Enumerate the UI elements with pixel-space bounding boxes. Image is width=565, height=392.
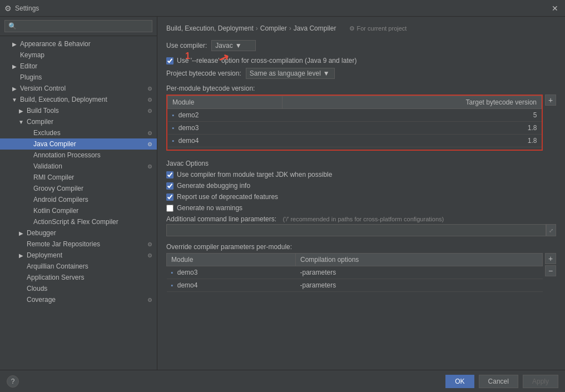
module-name: ▪ demo2 bbox=[168, 109, 282, 122]
sidebar-item-label: Arquillian Containers bbox=[27, 262, 88, 270]
cmd-input-row: ⤢ bbox=[166, 224, 556, 236]
sidebar-item-label: Application Servers bbox=[27, 274, 84, 281]
target-version: 5 bbox=[282, 109, 542, 122]
window-title: Settings bbox=[15, 4, 39, 12]
expand-cmd-button[interactable]: ⤢ bbox=[546, 224, 556, 236]
sidebar-item-build-execution[interactable]: ▼ Build, Execution, Deployment ⚙ bbox=[0, 94, 157, 105]
apply-button[interactable]: Apply bbox=[523, 375, 558, 388]
close-button[interactable]: ✕ bbox=[549, 3, 561, 14]
module-icon: ▪ bbox=[172, 125, 175, 131]
cancel-button[interactable]: Cancel bbox=[479, 375, 518, 388]
add-module-button[interactable]: + bbox=[545, 95, 556, 106]
table-row[interactable]: ▪ demo2 5 bbox=[168, 109, 542, 122]
cmd-params-input[interactable] bbox=[166, 224, 546, 236]
project-link[interactable]: ⚙ For current project bbox=[349, 25, 407, 32]
override-label: Override compiler parameters per-module: bbox=[166, 243, 556, 251]
compiler-dropdown-arrow: ▼ bbox=[235, 42, 242, 49]
javac-option-2-label: Generate debugging info bbox=[177, 182, 250, 190]
table-row[interactable]: ▪ demo3 1.8 bbox=[168, 122, 542, 135]
expand-arrow: ▶ bbox=[18, 252, 24, 259]
ok-button[interactable]: OK bbox=[445, 375, 474, 388]
sidebar-item-version-control[interactable]: ▶ Version Control ⚙ bbox=[0, 83, 157, 94]
sidebar-item-excludes[interactable]: Excludes ⚙ bbox=[0, 127, 157, 138]
sidebar-item-clouds[interactable]: Clouds bbox=[0, 283, 157, 294]
sidebar-item-debugger[interactable]: ▶ Debugger bbox=[0, 227, 157, 239]
javac-option-1-label: Use compiler from module target JDK when… bbox=[177, 171, 332, 178]
no-warnings-checkbox[interactable] bbox=[166, 205, 174, 212]
sidebar-item-label: Editor bbox=[20, 62, 37, 70]
sidebar-item-label: Appearance & Behavior bbox=[20, 40, 91, 48]
add-override-button[interactable]: + bbox=[545, 253, 556, 264]
compiler-label: Use compiler: bbox=[166, 42, 207, 49]
bytecode-select[interactable]: Same as language level ▼ bbox=[246, 68, 335, 79]
override-action-buttons: + − bbox=[545, 253, 556, 294]
table-row[interactable]: ▪ demo4 1.8 bbox=[168, 135, 542, 147]
sidebar-item-rmi[interactable]: RMI Compiler bbox=[0, 172, 157, 183]
sidebar-item-label: ActionScript & Flex Compiler bbox=[33, 218, 118, 226]
sidebar-item-groovy[interactable]: Groovy Compiler bbox=[0, 183, 157, 194]
expand-arrow bbox=[18, 263, 24, 270]
sidebar-item-actionscript[interactable]: ActionScript & Flex Compiler bbox=[0, 216, 157, 227]
expand-arrow bbox=[18, 285, 24, 292]
use-module-jdk-checkbox[interactable] bbox=[166, 171, 174, 178]
sidebar-item-editor[interactable]: ▶ Editor bbox=[0, 61, 157, 72]
sidebar-item-keymap[interactable]: Keymap bbox=[0, 49, 157, 61]
remove-override-button[interactable]: − bbox=[545, 265, 556, 276]
expand-arrow bbox=[18, 274, 24, 281]
compiler-select[interactable]: Javac ▼ bbox=[211, 40, 256, 51]
expand-arrow bbox=[24, 163, 31, 170]
override-table-row[interactable]: ▪ demo3 -parameters bbox=[167, 266, 543, 279]
release-option-row: Use '--release' option for cross-compila… bbox=[166, 57, 556, 64]
sidebar-item-label: Kotlin Compiler bbox=[33, 207, 78, 215]
deprecated-checkbox[interactable] bbox=[166, 193, 174, 201]
cmd-label: Additional command line parameters: bbox=[166, 215, 276, 223]
override-table: Module Compilation options ▪ demo3 -para… bbox=[166, 253, 543, 292]
dialog-footer: ? OK Cancel Apply bbox=[0, 370, 565, 392]
expand-arrow bbox=[18, 296, 24, 303]
module-table-border: Module Target bytecode version ▪ demo2 5 bbox=[166, 95, 543, 151]
sidebar-item-annotation[interactable]: Annotation Processors bbox=[0, 150, 157, 161]
sidebar-item-app-servers[interactable]: Application Servers bbox=[0, 272, 157, 283]
release-checkbox[interactable] bbox=[166, 57, 174, 64]
search-box[interactable] bbox=[0, 17, 157, 36]
sidebar-item-coverage[interactable]: Coverage ⚙ bbox=[0, 294, 157, 305]
sidebar-item-deployment[interactable]: ▶ Deployment ⚙ bbox=[0, 250, 157, 261]
override-table-row[interactable]: ▪ demo4 -parameters bbox=[167, 279, 543, 292]
sidebar-item-build-tools[interactable]: ▶ Build Tools ⚙ bbox=[0, 105, 157, 116]
expand-arrow bbox=[18, 241, 24, 247]
expand-arrow: ▶ bbox=[11, 41, 18, 47]
config-icon: ⚙ bbox=[147, 130, 152, 136]
expand-arrow bbox=[11, 52, 18, 58]
target-version: 1.8 bbox=[282, 122, 542, 135]
expand-arrow bbox=[24, 130, 31, 136]
settings-dialog: ▶ Appearance & Behavior Keymap ▶ Editor … bbox=[0, 17, 565, 392]
sidebar-item-java-compiler[interactable]: Java Compiler ⚙ bbox=[0, 138, 157, 150]
module-icon: ▪ bbox=[171, 269, 174, 276]
expand-arrow: ▶ bbox=[18, 107, 24, 114]
sidebar-item-label: Annotation Processors bbox=[33, 151, 101, 159]
override-options: -parameters bbox=[295, 279, 542, 292]
sidebar-item-remote-jar[interactable]: Remote Jar Repositories ⚙ bbox=[0, 239, 157, 250]
expand-arrow bbox=[24, 219, 31, 225]
config-icon: ⚙ bbox=[147, 297, 152, 303]
sidebar-item-label: Build, Execution, Deployment bbox=[20, 96, 107, 103]
javac-option-3-label: Report use of deprecated features bbox=[177, 193, 278, 201]
sidebar-item-arquillian[interactable]: Arquillian Containers bbox=[0, 261, 157, 272]
expand-arrow bbox=[24, 185, 31, 192]
debug-info-checkbox[interactable] bbox=[166, 182, 174, 190]
per-module-label: Per-module bytecode version: bbox=[166, 85, 556, 92]
sidebar-item-kotlin[interactable]: Kotlin Compiler bbox=[0, 205, 157, 216]
sidebar-item-compiler[interactable]: ▼ Compiler bbox=[0, 116, 157, 127]
sidebar-item-validation[interactable]: Validation ⚙ bbox=[0, 161, 157, 172]
help-button[interactable]: ? bbox=[7, 375, 19, 388]
sidebar-item-appearance[interactable]: ▶ Appearance & Behavior bbox=[0, 38, 157, 49]
sidebar-item-label: Debugger bbox=[27, 229, 56, 237]
module-icon: ▪ bbox=[172, 137, 175, 144]
search-input[interactable] bbox=[4, 20, 152, 32]
bytecode-value: Same as language level bbox=[250, 70, 321, 77]
expand-arrow: ▶ bbox=[11, 63, 18, 70]
sidebar-item-label: Excludes bbox=[33, 129, 61, 137]
sidebar-item-android[interactable]: Android Compilers bbox=[0, 194, 157, 205]
sidebar-item-plugins[interactable]: Plugins bbox=[0, 72, 157, 83]
release-label: Use '--release' option for cross-compila… bbox=[177, 57, 356, 64]
